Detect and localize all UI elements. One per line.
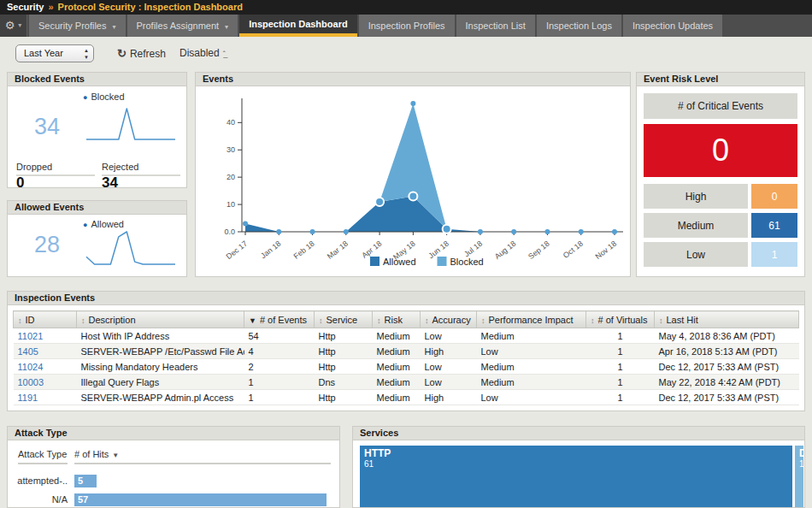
table-cell: 11024 [14, 359, 77, 375]
table-row: 10003Illegal Query Flags1DnsMediumLowMed… [14, 375, 799, 390]
column-header[interactable]: ↕# of Virtuals [586, 311, 655, 328]
blocked-events-panel: Blocked Events 34 ●Blocked Dropped Rejec… [7, 72, 187, 188]
time-range-value: Last Year [24, 48, 63, 58]
table-cell: 1 [244, 375, 315, 390]
table-cell: 1 [586, 328, 655, 344]
treemap-block-label: HTTP [364, 448, 792, 459]
breadcrumb-root[interactable]: Security [7, 2, 44, 12]
svg-text:20: 20 [227, 173, 235, 181]
table-cell: Low [477, 390, 586, 405]
gear-icon: ⚙ [5, 19, 15, 32]
table-cell: Medium [373, 328, 421, 344]
table-cell: Low [421, 359, 477, 375]
tab-inspection-dashboard[interactable]: Inspection Dashboard [239, 15, 357, 37]
tab-profiles-assignment[interactable]: Profiles Assignment▾ [127, 15, 238, 37]
svg-text:0.0: 0.0 [224, 227, 235, 236]
svg-text:Sep 18: Sep 18 [527, 239, 551, 261]
chevron-down-icon: ˆ̲ [223, 50, 226, 58]
tab-inspection-profiles[interactable]: Inspection Profiles [359, 15, 455, 37]
table-row: 1191SERVER-WEBAPP Admin.pl Access1HttpMe… [14, 390, 799, 405]
treemap-block-value: 61 [364, 459, 792, 470]
column-header[interactable]: ↕ID [14, 311, 77, 328]
svg-text:Mar 18: Mar 18 [326, 239, 350, 261]
time-range-select[interactable]: Last Year ▲▼ [15, 44, 94, 62]
panel-title: Allowed Events [7, 200, 187, 215]
table-header: ↕ID↕Description▼# of Events↕Service↕Risk… [14, 311, 799, 328]
bar-category-label: N/A [8, 493, 68, 506]
panel-title: Services [352, 426, 805, 440]
tab-inspection-logs[interactable]: Inspection Logs [537, 15, 621, 37]
breadcrumb: Security»Protocol Security : Inspection … [0, 0, 812, 15]
column-header[interactable]: ↕Last Hit [655, 311, 799, 328]
event-id-link[interactable]: 1191 [18, 393, 38, 403]
tab-inspection-updates[interactable]: Inspection Updates [623, 15, 722, 37]
svg-text:40: 40 [227, 118, 235, 127]
table-cell: Dns [315, 375, 373, 390]
hits-bar: 5 [74, 475, 97, 487]
svg-text:Feb 18: Feb 18 [292, 239, 316, 261]
refresh-icon: ↻ [117, 47, 127, 60]
event-id-link[interactable]: 10003 [18, 377, 44, 387]
column-header[interactable]: ↕Risk [373, 311, 421, 328]
panel-title: Events [195, 72, 631, 86]
table-cell: Medium [477, 328, 586, 344]
table-cell: 1 [586, 359, 655, 375]
event-id-link[interactable]: 11021 [18, 331, 44, 341]
table-row: 11021Host With IP Address54HttpMediumLow… [14, 328, 799, 344]
sort-icon: ↕ [81, 316, 85, 325]
sort-icon: ↕ [659, 316, 663, 325]
table-cell: 2 [244, 359, 315, 375]
settings-menu-button[interactable]: ⚙ ▾ [0, 15, 27, 37]
sort-icon: ↕ [18, 316, 22, 325]
column-header[interactable]: ↕Accuracy [421, 311, 477, 328]
table-cell: 1191 [14, 390, 77, 405]
critical-value: 0 [644, 124, 797, 177]
sort-icon: ↕ [319, 316, 323, 325]
table-cell: Low [421, 375, 477, 390]
event-id-link[interactable]: 1405 [18, 346, 38, 357]
column-header[interactable]: ↕Service [315, 311, 373, 328]
refresh-button[interactable]: ↻Refresh [117, 47, 166, 60]
attack-type-panel: Attack Type Attack Type # of Hits▼ attem… [7, 426, 340, 508]
table-cell: Low [477, 344, 586, 359]
chevron-down-icon: ▼ [112, 452, 119, 459]
table-row: 11024Missing Mandatory Headers2HttpMediu… [14, 359, 799, 375]
panel-title: Event Risk Level [636, 72, 805, 86]
table-cell: 4 [244, 344, 315, 359]
allowed-events-panel: Allowed Events 28 ●Allowed [7, 200, 187, 277]
disabled-dropdown[interactable]: Disabledˆ̲ [179, 47, 226, 59]
table-cell: 1 [586, 390, 655, 405]
dropped-value: 0 [16, 174, 24, 188]
table-cell: Dec 12, 2017 5:33 AM (PST) [655, 390, 799, 405]
treemap-block: HTTP61 [360, 446, 792, 508]
hits-column-dropdown[interactable]: # of Hits▼ [74, 449, 331, 464]
svg-text:Dec 17: Dec 17 [225, 239, 250, 261]
table-cell: Apr 16, 2018 5:13 AM (PDT) [655, 344, 799, 359]
svg-text:Jul 18: Jul 18 [462, 239, 484, 259]
svg-text:Allowed: Allowed [383, 257, 416, 267]
column-header[interactable]: ↕Description [77, 311, 244, 328]
tab-security-profiles[interactable]: Security Profiles▾ [29, 15, 126, 37]
table-cell: 1 [244, 390, 315, 405]
attack-bar-row: N/A57 [8, 493, 339, 506]
event-id-link[interactable]: 11024 [18, 362, 44, 372]
risk-row-medium: Medium 61 [644, 213, 797, 238]
legend-dot-icon: ● [83, 93, 87, 102]
table-cell: Http [315, 344, 373, 359]
column-header[interactable]: ▼# of Events [244, 311, 315, 328]
table-cell: Medium [373, 344, 421, 359]
dropped-label: Dropped [16, 162, 95, 176]
svg-text:10: 10 [227, 200, 235, 209]
table-cell: Http [315, 359, 373, 375]
column-header[interactable]: ↕Performance Impact [477, 311, 586, 328]
treemap-block: D1 [795, 446, 803, 508]
critical-events-label: # of Critical Events [644, 93, 797, 119]
risk-row-high: High 0 [644, 184, 797, 209]
table-cell: Http [315, 390, 373, 405]
table-cell: 10003 [14, 375, 77, 390]
table-cell: Medium [477, 359, 586, 375]
events-panel: Events 0.010203040Dec 17Jan 18Feb 18Mar … [195, 72, 631, 277]
tab-inspection-list[interactable]: Inspection List [456, 15, 535, 37]
inspection-events-panel: Inspection Events ↕ID↕Description▼# of E… [7, 291, 805, 411]
svg-text:Aug 18: Aug 18 [493, 239, 518, 261]
